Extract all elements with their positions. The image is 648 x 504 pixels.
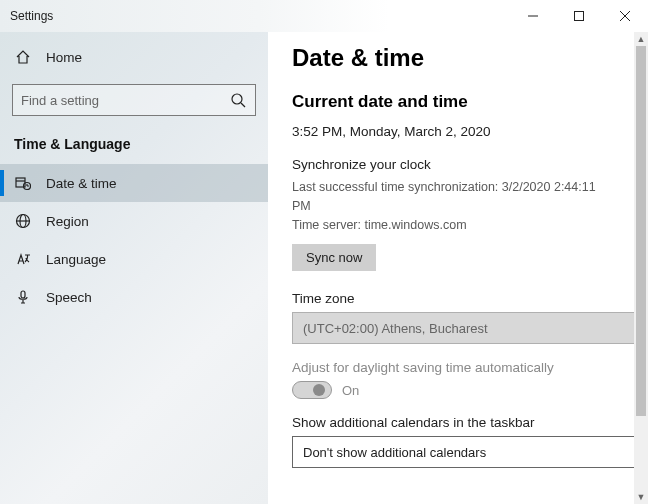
main-panel: Date & time Current date and time 3:52 P…	[268, 32, 634, 504]
nav-region[interactable]: Region	[0, 202, 268, 240]
nav-item-label: Region	[46, 214, 89, 229]
main-wrap: Date & time Current date and time 3:52 P…	[268, 32, 648, 504]
nav-date-time[interactable]: Date & time	[0, 164, 268, 202]
current-datetime: 3:52 PM, Monday, March 2, 2020	[292, 124, 616, 139]
microphone-icon	[14, 288, 32, 306]
svg-rect-14	[21, 291, 25, 298]
dst-toggle[interactable]	[292, 381, 332, 399]
svg-point-4	[232, 94, 242, 104]
maximize-button[interactable]	[556, 0, 602, 32]
globe-icon	[14, 212, 32, 230]
sync-info: Last successful time synchronization: 3/…	[292, 178, 616, 234]
sync-server: Time server: time.windows.com	[292, 216, 616, 235]
sidebar: Home Time & Language Date & time Region …	[0, 32, 268, 504]
current-heading: Current date and time	[292, 92, 616, 112]
search-input[interactable]	[21, 93, 221, 108]
timezone-value: (UTC+02:00) Athens, Bucharest	[303, 321, 488, 336]
timezone-select[interactable]: (UTC+02:00) Athens, Bucharest ▾	[292, 312, 634, 344]
sync-last: Last successful time synchronization: 3/…	[292, 178, 616, 216]
svg-rect-1	[575, 12, 584, 21]
dst-toggle-row: On	[292, 381, 616, 399]
dst-label: Adjust for daylight saving time automati…	[292, 360, 616, 375]
home-label: Home	[46, 50, 82, 65]
calendars-value: Don't show additional calendars	[303, 445, 486, 460]
nav-item-label: Language	[46, 252, 106, 267]
home-icon	[14, 48, 32, 66]
nav-speech[interactable]: Speech	[0, 278, 268, 316]
nav-language[interactable]: Language	[0, 240, 268, 278]
nav-item-label: Date & time	[46, 176, 117, 191]
category-header: Time & Language	[0, 130, 268, 164]
scrollbar[interactable]: ▲ ▼	[634, 32, 648, 504]
sync-heading: Synchronize your clock	[292, 157, 616, 172]
nav-item-label: Speech	[46, 290, 92, 305]
language-icon	[14, 250, 32, 268]
page-title: Date & time	[292, 44, 616, 72]
titlebar: Settings	[0, 0, 648, 32]
timezone-label: Time zone	[292, 291, 616, 306]
toggle-knob	[313, 384, 325, 396]
calendars-label: Show additional calendars in the taskbar	[292, 415, 616, 430]
scroll-up-icon[interactable]: ▲	[634, 32, 648, 46]
content: Home Time & Language Date & time Region …	[0, 32, 648, 504]
scroll-track[interactable]	[634, 46, 648, 490]
calendar-clock-icon	[14, 174, 32, 192]
sync-now-button[interactable]: Sync now	[292, 244, 376, 271]
window-title: Settings	[10, 9, 53, 23]
svg-line-5	[241, 103, 245, 107]
home-nav[interactable]: Home	[0, 40, 268, 74]
search-icon	[229, 91, 247, 109]
dst-state: On	[342, 383, 359, 398]
minimize-button[interactable]	[510, 0, 556, 32]
search-box[interactable]	[12, 84, 256, 116]
window-controls	[510, 0, 648, 32]
close-button[interactable]	[602, 0, 648, 32]
nav-list: Date & time Region Language Speech	[0, 164, 268, 316]
calendars-select[interactable]: Don't show additional calendars ▾	[292, 436, 634, 468]
scroll-thumb[interactable]	[636, 46, 646, 416]
scroll-down-icon[interactable]: ▼	[634, 490, 648, 504]
